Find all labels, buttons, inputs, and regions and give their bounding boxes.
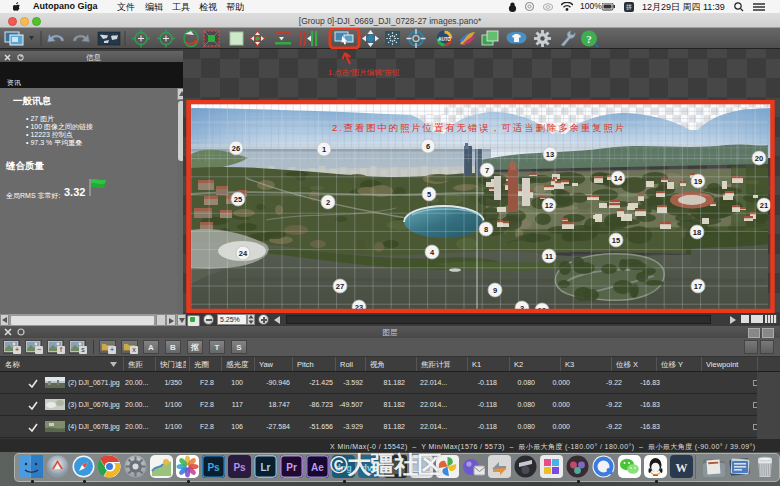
svg-text:19: 19 bbox=[694, 177, 702, 186]
svg-text:13: 13 bbox=[546, 150, 554, 159]
svg-text:25: 25 bbox=[234, 195, 242, 204]
svg-text:24: 24 bbox=[239, 249, 248, 258]
svg-text:Lr: Lr bbox=[261, 462, 271, 473]
svg-text:15: 15 bbox=[612, 236, 620, 245]
svg-text:20: 20 bbox=[755, 154, 763, 163]
svg-text:21: 21 bbox=[760, 201, 768, 210]
svg-text:5: 5 bbox=[427, 190, 431, 199]
svg-text:Pr: Pr bbox=[286, 462, 297, 473]
svg-text:Ae: Ae bbox=[311, 462, 324, 473]
svg-text:26: 26 bbox=[232, 144, 240, 153]
svg-text:1: 1 bbox=[322, 145, 326, 154]
svg-text:12: 12 bbox=[545, 201, 553, 210]
svg-text:18: 18 bbox=[693, 228, 701, 237]
svg-text:AUTO: AUTO bbox=[438, 37, 451, 42]
svg-text:W: W bbox=[676, 461, 688, 475]
svg-text:Ps: Ps bbox=[233, 462, 246, 473]
svg-text:2.查看图中的照片位置有无错误，可适当删除多余重复照片: 2.查看图中的照片位置有无错误，可适当删除多余重复照片 bbox=[332, 122, 626, 134]
svg-text:7: 7 bbox=[485, 166, 489, 175]
svg-text:14: 14 bbox=[614, 174, 623, 183]
svg-text:27: 27 bbox=[336, 282, 344, 291]
svg-text:1.点击“图片编辑”按钮: 1.点击“图片编辑”按钮 bbox=[328, 68, 400, 77]
svg-text:2: 2 bbox=[326, 198, 330, 207]
svg-text:11: 11 bbox=[545, 252, 553, 261]
svg-text:8: 8 bbox=[484, 225, 488, 234]
svg-text:17: 17 bbox=[694, 282, 702, 291]
svg-text:6: 6 bbox=[426, 142, 430, 151]
svg-text:9: 9 bbox=[493, 286, 497, 295]
svg-text:?: ? bbox=[586, 33, 592, 45]
svg-text:Ps: Ps bbox=[207, 462, 220, 473]
